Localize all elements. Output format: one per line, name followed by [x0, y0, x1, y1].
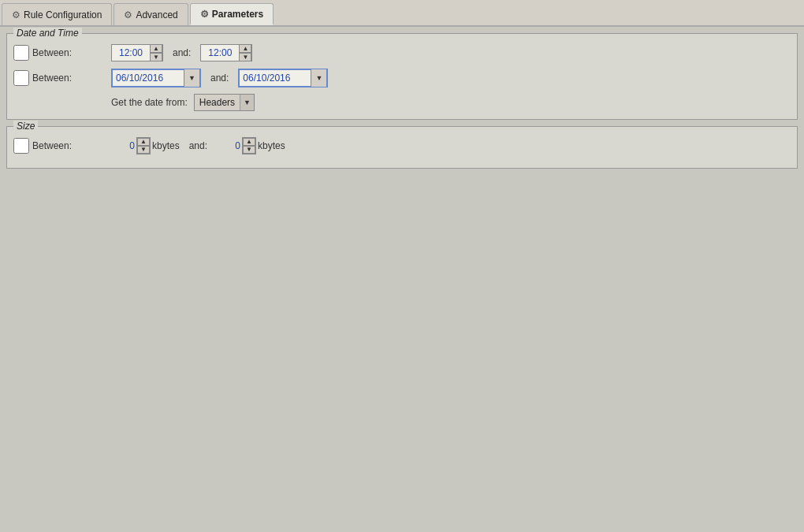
size-to-down-btn[interactable]: ▼ [243, 146, 255, 154]
size-from-up-btn[interactable]: ▲ [137, 138, 150, 146]
time-from-spinbox: 12:00 ▲ ▼ [111, 44, 163, 61]
date-row: Between: 06/10/2016 ▼ and: 06/10/2016 ▼ [13, 67, 791, 89]
time-to-spin-buttons: ▲ ▼ [239, 44, 251, 61]
advanced-icon: ⚙ [124, 9, 132, 20]
time-to-down-btn[interactable]: ▼ [239, 53, 251, 61]
size-to-spin-buttons: ▲ ▼ [242, 137, 256, 154]
date-time-content: Between: 12:00 ▲ ▼ and: 12:00 ▲ ▼ [13, 43, 791, 111]
tab-advanced[interactable]: ⚙ Advanced [114, 3, 188, 25]
size-to-up-btn[interactable]: ▲ [243, 138, 255, 146]
size-content: Between: 0 ▲ ▼ kbytes and: 0 ▲ ▼ kbytes [13, 136, 791, 155]
time-from-spin-buttons: ▲ ▼ [150, 44, 162, 61]
tab-rule-configuration-label: Rule Configuration [24, 9, 102, 20]
date-and-time-title: Date and Time [13, 28, 82, 39]
headers-dropdown[interactable]: Headers ▼ [194, 94, 255, 111]
date-to-input[interactable]: 06/10/2016 [240, 73, 311, 84]
rule-config-icon: ⚙ [12, 9, 20, 20]
time-between-label: Between: [32, 47, 111, 58]
size-from-value: 0 [111, 140, 135, 151]
tab-advanced-label: Advanced [136, 9, 177, 20]
time-and-label: and: [173, 47, 191, 58]
size-title: Size [13, 121, 38, 132]
main-content: Date and Time Between: 12:00 ▲ ▼ and: 12… [0, 27, 804, 181]
size-from-spin-buttons: ▲ ▼ [136, 137, 151, 154]
tab-rule-configuration[interactable]: ⚙ Rule Configuration [2, 3, 112, 25]
date-to-input-wrap: 06/10/2016 ▼ [238, 69, 328, 87]
tab-bar: ⚙ Rule Configuration ⚙ Advanced ⚙ Parame… [0, 0, 804, 27]
headers-dropdown-arrow[interactable]: ▼ [240, 95, 254, 110]
date-between-label: Between: [32, 73, 111, 84]
date-from-input[interactable]: 06/10/2016 [113, 73, 184, 84]
size-between-label: Between: [32, 140, 111, 151]
date-checkbox[interactable] [13, 70, 29, 86]
size-group: Size Between: 0 ▲ ▼ kbytes and: 0 ▲ ▼ kb… [6, 126, 798, 169]
size-and-label: and: [189, 140, 207, 151]
date-from-input-wrap: 06/10/2016 ▼ [111, 69, 201, 87]
date-to-dropdown-btn[interactable]: ▼ [311, 69, 326, 87]
get-date-row: Get the date from: Headers ▼ [111, 94, 791, 111]
time-checkbox[interactable] [13, 45, 29, 61]
tab-parameters[interactable]: ⚙ Parameters [190, 3, 274, 25]
get-date-label: Get the date from: [111, 97, 188, 108]
date-from-dropdown-btn[interactable]: ▼ [184, 69, 199, 87]
time-row: Between: 12:00 ▲ ▼ and: 12:00 ▲ ▼ [13, 43, 791, 62]
time-to-up-btn[interactable]: ▲ [239, 44, 251, 53]
size-row: Between: 0 ▲ ▼ kbytes and: 0 ▲ ▼ kbytes [13, 136, 791, 155]
size-from-unit: kbytes [152, 140, 180, 151]
size-to-value: 0 [217, 140, 240, 151]
time-from-up-btn[interactable]: ▲ [150, 44, 162, 53]
date-and-time-group: Date and Time Between: 12:00 ▲ ▼ and: 12… [6, 33, 798, 120]
time-to-input[interactable]: 12:00 [201, 47, 239, 58]
size-from-down-btn[interactable]: ▼ [137, 146, 150, 154]
parameters-icon: ⚙ [200, 9, 209, 20]
size-to-unit: kbytes [258, 140, 285, 151]
time-to-spinbox: 12:00 ▲ ▼ [200, 44, 252, 61]
size-checkbox[interactable] [13, 138, 29, 154]
date-and-label: and: [210, 73, 229, 84]
headers-dropdown-value: Headers [195, 97, 240, 108]
time-from-down-btn[interactable]: ▼ [150, 53, 162, 61]
time-from-input[interactable]: 12:00 [112, 47, 150, 58]
tab-parameters-label: Parameters [212, 9, 263, 20]
